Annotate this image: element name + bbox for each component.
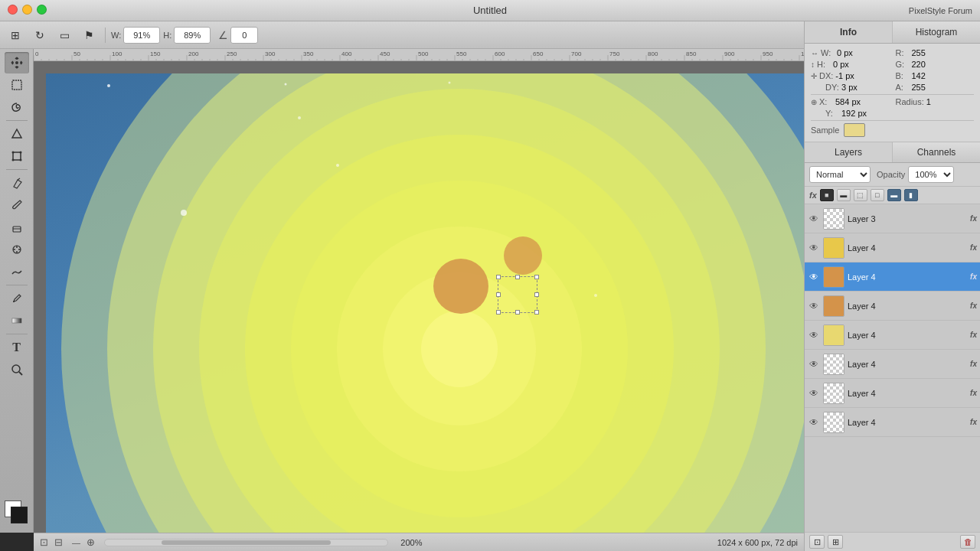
create-group-button[interactable]: ⊞ (828, 535, 843, 549)
svg-text:450: 450 (380, 51, 390, 57)
layer-item-4[interactable]: 👁 Layer 4 fx (805, 321, 980, 350)
a-key: A: (896, 83, 910, 92)
layer-fx-2: fx (970, 272, 977, 281)
layers-channels-tabs: Layers Channels (805, 142, 980, 163)
minimize-button[interactable] (22, 5, 32, 15)
layer-visibility-5[interactable]: 👁 (808, 358, 820, 370)
tools-panel: T (0, 49, 34, 533)
svg-point-221 (11, 159, 14, 161)
toolbar-flag-icon[interactable]: ⚑ (78, 25, 100, 45)
fit-screen-button[interactable]: ⊡ (40, 536, 48, 548)
height-input[interactable] (174, 27, 211, 44)
right-panel: Info Histogram ↔ W: 0 px R: 255 ↕ H: 0 p… (804, 21, 980, 551)
layer-thumb-4 (823, 324, 844, 346)
position-icon: ⊕ (811, 98, 817, 106)
toolbar-rotate-icon[interactable]: ↻ (29, 25, 51, 45)
fx-btn-4[interactable]: □ (871, 189, 884, 201)
zoom-plus-button[interactable]: ⊕ (87, 536, 95, 548)
lasso-tool-button[interactable] (5, 96, 29, 118)
svg-text:50: 50 (74, 51, 80, 57)
layer-item-7[interactable]: 👁 Layer 4 fx (805, 408, 980, 437)
svg-point-246 (107, 84, 110, 87)
fx-btn-3[interactable]: ⬚ (854, 189, 867, 201)
layer-visibility-7[interactable]: 👁 (808, 416, 820, 429)
angle-input[interactable] (230, 27, 258, 44)
clone-tool-button[interactable] (5, 239, 29, 260)
layer-visibility-3[interactable]: 👁 (808, 300, 820, 312)
fx-btn-5[interactable]: ▬ (887, 189, 901, 201)
dy-value: 3 px (841, 83, 858, 92)
sample-color-swatch[interactable] (844, 123, 865, 137)
toolbar-transform-icon[interactable]: ⊞ (5, 25, 26, 45)
layers-list[interactable]: 👁 Layer 3 fx 👁 Layer 4 fx 👁 Layer 4 fx 👁… (805, 204, 980, 532)
width-input[interactable] (123, 27, 160, 44)
y-value: 192 px (841, 109, 867, 118)
layer-fx-5: fx (970, 360, 977, 368)
layer-fx-7: fx (970, 418, 977, 426)
fx-btn-2[interactable]: ▬ (837, 189, 851, 201)
layer-visibility-2[interactable]: 👁 (808, 271, 820, 283)
info-tab[interactable]: Info (805, 21, 893, 43)
text-tool-button[interactable]: T (5, 337, 29, 358)
transform-tool-button[interactable] (5, 145, 29, 167)
pixelstyle-forum-link[interactable]: PixelStyle Forum (909, 6, 972, 15)
scrollbar-thumb[interactable] (162, 540, 332, 545)
selection-tool-button[interactable] (5, 74, 29, 96)
svg-marker-217 (12, 129, 21, 138)
shape-tool-button[interactable] (5, 123, 29, 145)
layer-item-3[interactable]: 👁 Layer 4 fx (805, 292, 980, 321)
toolbar-crop-icon[interactable]: ▭ (54, 25, 75, 45)
svg-point-222 (19, 159, 21, 161)
layer-item-2[interactable]: 👁 Layer 4 fx (805, 262, 980, 292)
dx-key: DX: (819, 71, 833, 80)
svg-rect-216 (12, 80, 21, 90)
close-button[interactable] (8, 5, 18, 15)
layer-item-1[interactable]: 👁 Layer 4 fx (805, 233, 980, 262)
pen-tool-button[interactable] (5, 172, 29, 194)
opacity-label: Opacity (877, 170, 905, 179)
layers-tab[interactable]: Layers (805, 142, 893, 162)
height-label: H: (163, 31, 172, 40)
horizontal-scrollbar[interactable] (104, 539, 388, 546)
svg-text:600: 600 (495, 51, 505, 57)
layer-visibility-4[interactable]: 👁 (808, 329, 820, 341)
svg-point-220 (19, 152, 21, 154)
zoom-tool-button[interactable] (5, 359, 29, 380)
cursor-icon-h: ↕ (811, 60, 815, 69)
canvas-area[interactable] (34, 61, 804, 533)
opacity-select[interactable]: 100% 75% 50% (908, 166, 954, 183)
layer-visibility-1[interactable]: 👁 (808, 242, 820, 254)
add-layer-mask-button[interactable]: ⊡ (809, 535, 825, 549)
maximize-button[interactable] (37, 5, 47, 15)
layer-item-5[interactable]: 👁 Layer 4 fx (805, 350, 980, 379)
eyedropper-tool-button[interactable] (5, 288, 29, 309)
layers-controls: Normal Multiply Screen Overlay Opacity 1… (805, 163, 980, 187)
blend-mode-select[interactable]: Normal Multiply Screen Overlay (809, 166, 871, 183)
info-radius: Radius: 1 (896, 97, 975, 106)
svg-point-243 (421, 311, 498, 387)
brush-tool-button[interactable] (5, 194, 29, 216)
layer-fx-0: fx (970, 214, 977, 223)
layer-item-6[interactable]: 👁 Layer 4 fx (805, 379, 980, 408)
eraser-tool-button[interactable] (5, 217, 29, 238)
smudge-tool-button[interactable] (5, 261, 29, 282)
svg-text:700: 700 (571, 51, 582, 57)
info-row-h-g: ↕ H: 0 px G: 220 (811, 60, 974, 69)
fx-btn-6[interactable]: ▮ (904, 189, 918, 201)
h-value: 0 px (833, 60, 849, 69)
foreground-color-swatch[interactable] (11, 507, 28, 523)
move-tool-button[interactable] (5, 52, 29, 73)
layer-visibility-0[interactable]: 👁 (808, 213, 820, 225)
layer-item-0[interactable]: 👁 Layer 3 fx (805, 204, 980, 233)
delete-layer-button[interactable]: 🗑 (960, 535, 975, 549)
channels-tab[interactable]: Channels (893, 142, 980, 162)
svg-text:950: 950 (763, 51, 773, 57)
histogram-tab[interactable]: Histogram (893, 21, 980, 43)
height-field-group: H: (163, 27, 211, 44)
fx-btn-1[interactable]: ■ (820, 189, 834, 201)
svg-point-245 (504, 236, 542, 275)
layer-fx-1: fx (970, 243, 977, 252)
gradient-tool-button[interactable] (5, 310, 29, 331)
actual-size-button[interactable]: ⊟ (54, 536, 63, 548)
layer-visibility-6[interactable]: 👁 (808, 387, 820, 399)
